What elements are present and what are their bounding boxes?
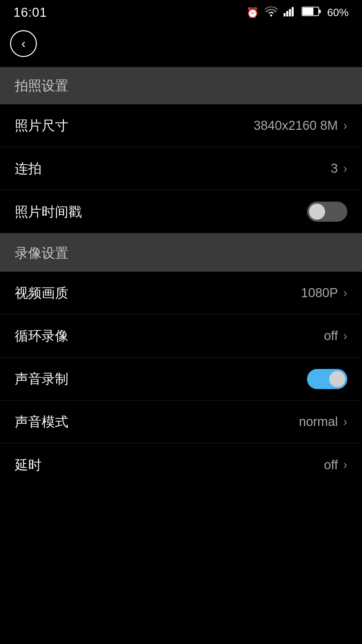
timestamp-toggle-container: [307, 202, 347, 222]
delay-label: 延时: [15, 456, 42, 474]
svg-rect-5: [319, 10, 321, 13]
svg-rect-0: [284, 13, 286, 16]
delay-chevron: ›: [343, 458, 347, 472]
svg-rect-6: [303, 8, 313, 15]
status-icons: ⏰ 60%: [246, 6, 349, 19]
burst-value-row: 3 ›: [331, 161, 347, 176]
svg-rect-2: [289, 9, 291, 16]
photo-size-row[interactable]: 照片尺寸 3840x2160 8M ›: [0, 104, 362, 147]
video-quality-chevron: ›: [343, 286, 347, 300]
audio-recording-toggle-knob: [329, 371, 345, 387]
audio-mode-value-row: normal ›: [299, 415, 347, 429]
video-quality-row[interactable]: 视频画质 1080P ›: [0, 272, 362, 315]
audio-recording-row[interactable]: 声音录制: [0, 358, 362, 400]
timestamp-row[interactable]: 照片时间戳: [0, 190, 362, 233]
audio-mode-row[interactable]: 声音模式 normal ›: [0, 400, 362, 443]
video-quality-value-row: 1080P ›: [301, 286, 347, 300]
status-time: 16:01: [13, 5, 47, 20]
svg-rect-3: [292, 7, 294, 16]
burst-chevron: ›: [343, 162, 347, 176]
signal-icon: [284, 6, 296, 19]
video-quality-value: 1080P: [301, 286, 338, 300]
timestamp-toggle-knob: [309, 204, 325, 220]
battery-icon: [302, 7, 321, 18]
header: ‹: [0, 23, 362, 67]
video-quality-label: 视频画质: [15, 284, 68, 302]
photo-size-label: 照片尺寸: [15, 116, 68, 135]
photo-size-value: 3840x2160 8M: [254, 118, 338, 133]
video-settings-group: 视频画质 1080P › 循环录像 off › 声音录制 声音模式 normal…: [0, 272, 362, 486]
clock-icon: ⏰: [246, 7, 259, 18]
burst-label: 连拍: [15, 159, 42, 178]
timestamp-label: 照片时间戳: [15, 203, 82, 221]
loop-recording-value-row: off ›: [324, 329, 347, 343]
timestamp-toggle[interactable]: [307, 202, 347, 222]
audio-mode-value: normal: [299, 415, 338, 429]
loop-recording-label: 循环录像: [15, 327, 68, 345]
loop-recording-value: off: [324, 329, 338, 343]
audio-mode-chevron: ›: [343, 415, 347, 429]
delay-value: off: [324, 458, 338, 472]
status-bar: 16:01 ⏰: [0, 0, 362, 23]
audio-recording-toggle[interactable]: [307, 369, 347, 389]
back-button[interactable]: ‹: [10, 30, 37, 57]
photo-settings-label: 拍照设置: [0, 67, 362, 104]
battery-percentage: 60%: [327, 6, 349, 19]
audio-recording-toggle-container: [307, 369, 347, 389]
burst-row[interactable]: 连拍 3 ›: [0, 147, 362, 190]
audio-mode-label: 声音模式: [15, 413, 68, 431]
back-arrow-icon: ‹: [21, 37, 26, 50]
loop-recording-chevron: ›: [343, 329, 347, 343]
photo-size-chevron: ›: [343, 119, 347, 133]
svg-rect-1: [286, 11, 288, 16]
photo-settings-group: 照片尺寸 3840x2160 8M › 连拍 3 › 照片时间戳: [0, 104, 362, 233]
loop-recording-row[interactable]: 循环录像 off ›: [0, 315, 362, 358]
burst-value: 3: [331, 161, 338, 176]
audio-recording-label: 声音录制: [15, 370, 68, 388]
delay-value-row: off ›: [324, 458, 347, 472]
delay-row[interactable]: 延时 off ›: [0, 443, 362, 486]
wifi-icon: [265, 6, 278, 19]
photo-size-value-row: 3840x2160 8M ›: [254, 118, 347, 133]
video-settings-label: 录像设置: [0, 234, 362, 272]
